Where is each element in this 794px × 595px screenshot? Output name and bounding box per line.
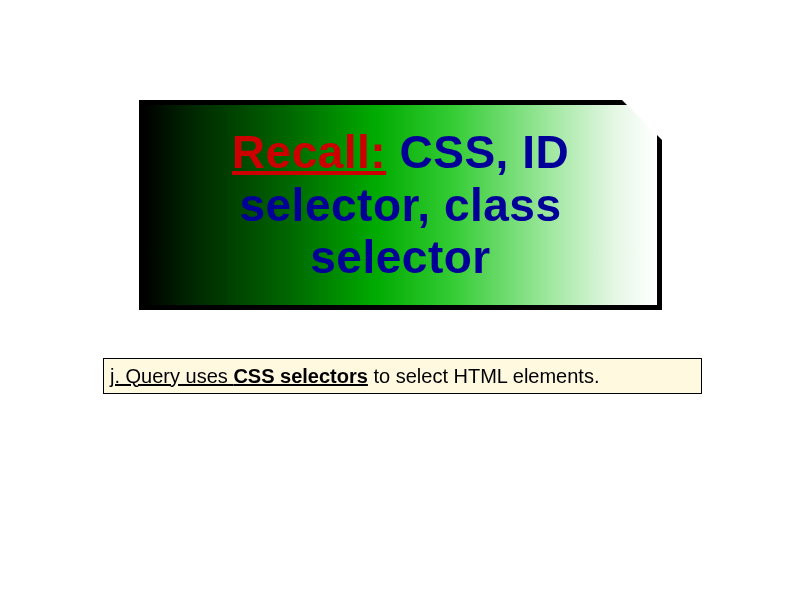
title-rest-line1: CSS, ID [386,126,569,178]
title-line3: selector [310,231,490,283]
note-box: j. Query uses CSS selectors to select HT… [103,358,702,394]
note-text: j. Query uses CSS selectors to select HT… [110,365,599,388]
title-text: Recall: CSS, ID selector, class selector [232,126,569,285]
title-container: Recall: CSS, ID selector, class selector [139,100,662,310]
title-box: Recall: CSS, ID selector, class selector [139,100,662,310]
note-part2-bold: CSS selectors [233,365,368,387]
title-line2: selector, class [239,179,561,231]
title-recall: Recall: [232,126,386,178]
note-part1: j. Query uses [110,365,233,387]
note-part3: to select HTML elements. [368,365,600,387]
